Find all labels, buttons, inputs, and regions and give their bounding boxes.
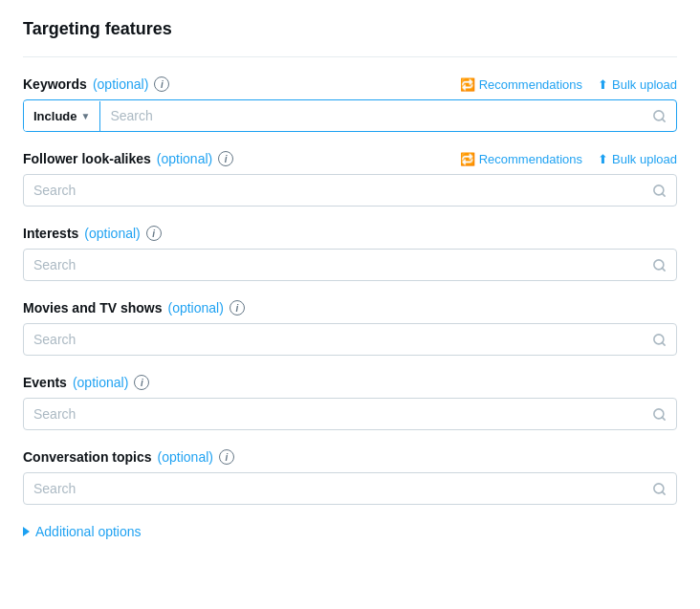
events-input-row [23,398,677,430]
conversation-topics-label-optional: (optional) [158,449,213,465]
page-title: Targeting features [23,19,677,39]
movies-tv-search-icon [643,325,676,355]
follower-lookalikes-input-row [23,174,677,207]
follower-lookalikes-actions: 🔁 Recommendations ⬆ Bulk upload [460,152,677,166]
additional-options-toggle[interactable]: Additional options [23,524,677,539]
events-info-icon[interactable]: i [134,375,149,390]
movies-tv-label-optional: (optional) [167,300,223,315]
conversation-topics-input-row [23,472,677,505]
follower-lookalikes-header: Follower look-alikes (optional) i 🔁 Reco… [23,151,677,166]
events-header: Events (optional) i [23,375,677,390]
follower-lookalikes-label-optional: (optional) [157,151,212,166]
keywords-bulk-upload-link[interactable]: ⬆ Bulk upload [598,77,677,92]
keywords-label-main: Keywords [23,76,87,92]
recommendations-icon: 🔁 [460,77,475,92]
svg-line-11 [662,491,665,494]
follower-lookalikes-search-input[interactable] [24,175,643,206]
conversation-topics-label-main: Conversation topics [23,449,152,465]
follower-recommendations-label: Recommendations [479,152,582,166]
follower-bulk-upload-label: Bulk upload [612,152,677,166]
interests-section: Interests (optional) i [23,226,677,281]
keywords-section: Keywords (optional) i 🔁 Recommendations … [23,76,677,132]
interests-header: Interests (optional) i [23,226,677,241]
keywords-label: Keywords (optional) i [23,76,169,92]
movies-tv-label-main: Movies and TV shows [23,300,162,315]
follower-recommendations-icon: 🔁 [460,152,475,166]
events-label-optional: (optional) [73,375,128,390]
conversation-topics-label: Conversation topics (optional) i [23,449,234,465]
interests-input-row [23,249,677,281]
movies-tv-label: Movies and TV shows (optional) i [23,300,245,315]
interests-label-optional: (optional) [84,226,140,241]
bulk-upload-icon: ⬆ [598,77,608,92]
chevron-down-icon: ▼ [81,111,91,121]
conversation-topics-info-icon[interactable]: i [219,449,234,465]
svg-line-1 [662,119,665,121]
svg-line-3 [662,193,665,196]
movies-tv-search-input[interactable] [24,324,643,355]
recommendations-label: Recommendations [479,77,582,92]
keywords-search-input[interactable] [100,100,643,131]
keywords-label-optional: (optional) [93,76,148,92]
keywords-header: Keywords (optional) i 🔁 Recommendations … [23,76,677,92]
events-section: Events (optional) i [23,375,677,430]
include-dropdown[interactable]: Include ▼ [24,101,100,131]
triangle-right-icon [23,527,30,536]
conversation-topics-search-icon [643,474,676,504]
svg-line-7 [662,342,665,345]
targeting-features-panel: Targeting features Keywords (optional) i… [0,0,700,562]
follower-lookalikes-info-icon[interactable]: i [218,151,233,166]
conversation-topics-section: Conversation topics (optional) i [23,449,677,505]
additional-options-label: Additional options [35,524,142,539]
interests-info-icon[interactable]: i [146,226,162,241]
follower-lookalikes-section: Follower look-alikes (optional) i 🔁 Reco… [23,151,677,207]
interests-label-main: Interests [23,226,78,241]
svg-line-9 [662,417,665,420]
svg-line-5 [662,268,665,271]
keywords-recommendations-link[interactable]: 🔁 Recommendations [460,77,582,92]
interests-search-input[interactable] [24,250,643,280]
events-label-main: Events [23,375,67,390]
follower-lookalikes-search-icon [643,176,676,206]
events-label: Events (optional) i [23,375,149,390]
keywords-input-row: Include ▼ [23,99,677,132]
movies-tv-header: Movies and TV shows (optional) i [23,300,677,315]
follower-lookalikes-label-main: Follower look-alikes [23,151,151,166]
movies-tv-info-icon[interactable]: i [230,300,245,315]
conversation-topics-header: Conversation topics (optional) i [23,449,677,465]
follower-lookalikes-label: Follower look-alikes (optional) i [23,151,233,166]
follower-lookalikes-bulk-upload-link[interactable]: ⬆ Bulk upload [598,152,677,166]
keywords-actions: 🔁 Recommendations ⬆ Bulk upload [460,77,677,92]
movies-tv-section: Movies and TV shows (optional) i [23,300,677,356]
interests-label: Interests (optional) i [23,226,162,241]
movies-tv-input-row [23,323,677,356]
bulk-upload-label: Bulk upload [612,77,677,92]
follower-lookalikes-recommendations-link[interactable]: 🔁 Recommendations [460,152,582,166]
interests-search-icon [643,250,676,280]
events-search-input[interactable] [24,399,643,429]
section-divider [23,56,677,57]
keywords-info-icon[interactable]: i [154,76,169,92]
include-dropdown-label: Include [33,109,77,123]
conversation-topics-search-input[interactable] [24,473,643,504]
keywords-search-icon [643,101,676,131]
follower-bulk-upload-icon: ⬆ [598,152,608,166]
events-search-icon [643,400,676,429]
